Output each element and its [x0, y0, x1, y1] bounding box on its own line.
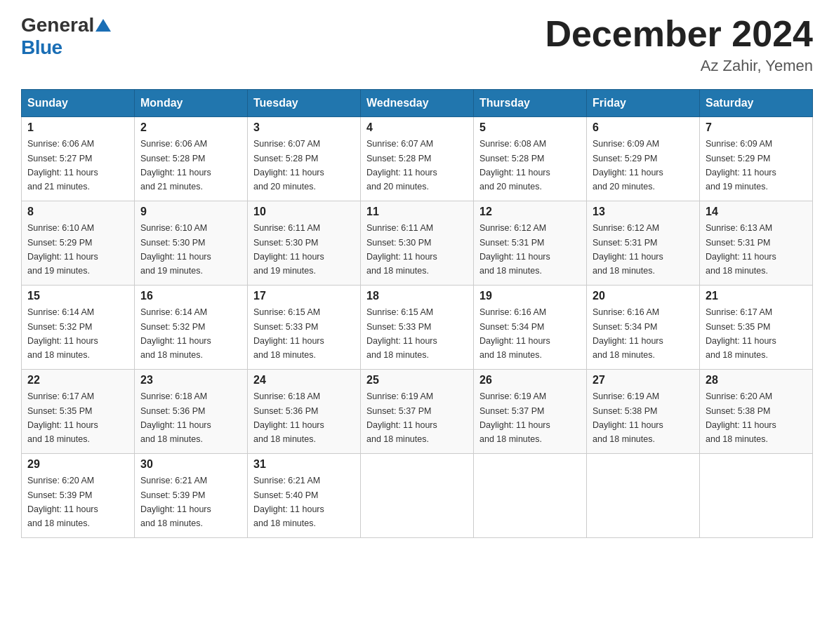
day-cell: 21 Sunrise: 6:17 AM Sunset: 5:35 PM Dayl… [700, 286, 813, 370]
day-number: 2 [140, 121, 241, 134]
logo: General Blue [21, 14, 111, 59]
header-thursday: Thursday [474, 90, 587, 117]
day-number: 17 [253, 290, 355, 302]
day-info: Sunrise: 6:21 AM Sunset: 5:39 PM Dayligh… [140, 476, 211, 528]
day-number: 26 [479, 374, 581, 387]
day-cell [587, 454, 700, 538]
day-info: Sunrise: 6:21 AM Sunset: 5:40 PM Dayligh… [253, 476, 324, 528]
day-info: Sunrise: 6:11 AM Sunset: 5:30 PM Dayligh… [366, 223, 437, 276]
day-info: Sunrise: 6:10 AM Sunset: 5:30 PM Dayligh… [140, 223, 211, 276]
day-cell: 20 Sunrise: 6:16 AM Sunset: 5:34 PM Dayl… [587, 286, 700, 370]
day-info: Sunrise: 6:16 AM Sunset: 5:34 PM Dayligh… [479, 307, 550, 360]
day-info: Sunrise: 6:12 AM Sunset: 5:31 PM Dayligh… [593, 223, 663, 276]
day-cell: 27 Sunrise: 6:19 AM Sunset: 5:38 PM Dayl… [587, 370, 700, 454]
day-cell: 5 Sunrise: 6:08 AM Sunset: 5:28 PM Dayli… [474, 117, 587, 201]
day-number: 10 [253, 206, 355, 218]
day-info: Sunrise: 6:09 AM Sunset: 5:29 PM Dayligh… [593, 139, 663, 192]
calendar-body: 1 Sunrise: 6:06 AM Sunset: 5:27 PM Dayli… [22, 117, 813, 538]
day-cell: 28 Sunrise: 6:20 AM Sunset: 5:38 PM Dayl… [700, 370, 813, 454]
month-title: December 2024 [545, 14, 813, 54]
day-number: 8 [27, 206, 128, 218]
day-number: 20 [593, 290, 694, 302]
day-info: Sunrise: 6:06 AM Sunset: 5:27 PM Dayligh… [27, 139, 98, 192]
day-info: Sunrise: 6:20 AM Sunset: 5:38 PM Dayligh… [706, 391, 776, 444]
day-cell: 3 Sunrise: 6:07 AM Sunset: 5:28 PM Dayli… [248, 117, 361, 201]
day-cell [361, 454, 474, 538]
day-number: 25 [366, 374, 468, 387]
day-info: Sunrise: 6:13 AM Sunset: 5:31 PM Dayligh… [706, 223, 776, 276]
day-number: 9 [140, 206, 241, 218]
week-row-2: 8 Sunrise: 6:10 AM Sunset: 5:29 PM Dayli… [22, 201, 813, 286]
day-info: Sunrise: 6:18 AM Sunset: 5:36 PM Dayligh… [140, 391, 211, 444]
svg-marker-0 [95, 19, 111, 32]
day-info: Sunrise: 6:07 AM Sunset: 5:28 PM Dayligh… [366, 139, 437, 192]
day-cell [474, 454, 587, 538]
day-cell: 9 Sunrise: 6:10 AM Sunset: 5:30 PM Dayli… [135, 201, 248, 286]
logo-general-text: General [21, 14, 94, 36]
day-cell: 4 Sunrise: 6:07 AM Sunset: 5:28 PM Dayli… [361, 117, 474, 201]
day-number: 16 [140, 290, 241, 302]
header-sunday: Sunday [22, 90, 135, 117]
header-tuesday: Tuesday [248, 90, 361, 117]
day-info: Sunrise: 6:19 AM Sunset: 5:38 PM Dayligh… [593, 391, 663, 444]
day-cell: 24 Sunrise: 6:18 AM Sunset: 5:36 PM Dayl… [248, 370, 361, 454]
day-number: 27 [593, 374, 694, 387]
day-number: 23 [140, 374, 241, 387]
calendar-header: SundayMondayTuesdayWednesdayThursdayFrid… [22, 90, 813, 117]
day-number: 24 [253, 374, 355, 387]
day-info: Sunrise: 6:06 AM Sunset: 5:28 PM Dayligh… [140, 139, 211, 192]
day-cell: 14 Sunrise: 6:13 AM Sunset: 5:31 PM Dayl… [700, 201, 813, 286]
header-monday: Monday [135, 90, 248, 117]
day-info: Sunrise: 6:18 AM Sunset: 5:36 PM Dayligh… [253, 391, 324, 444]
day-cell: 15 Sunrise: 6:14 AM Sunset: 5:32 PM Dayl… [22, 286, 135, 370]
logo-icon [95, 18, 111, 33]
week-row-4: 22 Sunrise: 6:17 AM Sunset: 5:35 PM Dayl… [22, 370, 813, 454]
day-cell: 26 Sunrise: 6:19 AM Sunset: 5:37 PM Dayl… [474, 370, 587, 454]
day-number: 14 [706, 206, 807, 218]
header-wednesday: Wednesday [361, 90, 474, 117]
day-number: 6 [593, 121, 694, 134]
header-row: SundayMondayTuesdayWednesdayThursdayFrid… [22, 90, 813, 117]
day-info: Sunrise: 6:19 AM Sunset: 5:37 PM Dayligh… [366, 391, 437, 444]
week-row-1: 1 Sunrise: 6:06 AM Sunset: 5:27 PM Dayli… [22, 117, 813, 201]
day-info: Sunrise: 6:17 AM Sunset: 5:35 PM Dayligh… [27, 391, 98, 444]
day-number: 21 [706, 290, 807, 302]
day-cell: 18 Sunrise: 6:15 AM Sunset: 5:33 PM Dayl… [361, 286, 474, 370]
day-number: 22 [27, 374, 128, 387]
day-number: 5 [479, 121, 581, 134]
day-cell [700, 454, 813, 538]
day-cell: 13 Sunrise: 6:12 AM Sunset: 5:31 PM Dayl… [587, 201, 700, 286]
day-number: 30 [140, 458, 241, 471]
day-info: Sunrise: 6:12 AM Sunset: 5:31 PM Dayligh… [479, 223, 550, 276]
day-cell: 11 Sunrise: 6:11 AM Sunset: 5:30 PM Dayl… [361, 201, 474, 286]
day-number: 31 [253, 458, 355, 471]
day-cell: 10 Sunrise: 6:11 AM Sunset: 5:30 PM Dayl… [248, 201, 361, 286]
day-info: Sunrise: 6:08 AM Sunset: 5:28 PM Dayligh… [479, 139, 550, 192]
day-info: Sunrise: 6:14 AM Sunset: 5:32 PM Dayligh… [27, 307, 98, 360]
day-cell: 1 Sunrise: 6:06 AM Sunset: 5:27 PM Dayli… [22, 117, 135, 201]
day-info: Sunrise: 6:09 AM Sunset: 5:29 PM Dayligh… [706, 139, 776, 192]
day-info: Sunrise: 6:17 AM Sunset: 5:35 PM Dayligh… [706, 307, 776, 360]
day-cell: 16 Sunrise: 6:14 AM Sunset: 5:32 PM Dayl… [135, 286, 248, 370]
logo-blue-text: Blue [21, 36, 62, 59]
day-number: 11 [366, 206, 468, 218]
day-number: 7 [706, 121, 807, 134]
day-info: Sunrise: 6:07 AM Sunset: 5:28 PM Dayligh… [253, 139, 324, 192]
page-header: General Blue December 2024 Az Zahir, Yem… [21, 14, 813, 75]
day-info: Sunrise: 6:11 AM Sunset: 5:30 PM Dayligh… [253, 223, 324, 276]
day-cell: 6 Sunrise: 6:09 AM Sunset: 5:29 PM Dayli… [587, 117, 700, 201]
day-info: Sunrise: 6:19 AM Sunset: 5:37 PM Dayligh… [479, 391, 550, 444]
day-cell: 2 Sunrise: 6:06 AM Sunset: 5:28 PM Dayli… [135, 117, 248, 201]
day-info: Sunrise: 6:10 AM Sunset: 5:29 PM Dayligh… [27, 223, 98, 276]
day-number: 12 [479, 206, 581, 218]
title-section: December 2024 Az Zahir, Yemen [545, 14, 813, 75]
day-number: 4 [366, 121, 468, 134]
day-cell: 19 Sunrise: 6:16 AM Sunset: 5:34 PM Dayl… [474, 286, 587, 370]
day-cell: 22 Sunrise: 6:17 AM Sunset: 5:35 PM Dayl… [22, 370, 135, 454]
day-info: Sunrise: 6:20 AM Sunset: 5:39 PM Dayligh… [27, 476, 98, 528]
week-row-3: 15 Sunrise: 6:14 AM Sunset: 5:32 PM Dayl… [22, 286, 813, 370]
day-number: 3 [253, 121, 355, 134]
day-cell: 8 Sunrise: 6:10 AM Sunset: 5:29 PM Dayli… [22, 201, 135, 286]
day-cell: 30 Sunrise: 6:21 AM Sunset: 5:39 PM Dayl… [135, 454, 248, 538]
day-info: Sunrise: 6:16 AM Sunset: 5:34 PM Dayligh… [593, 307, 663, 360]
